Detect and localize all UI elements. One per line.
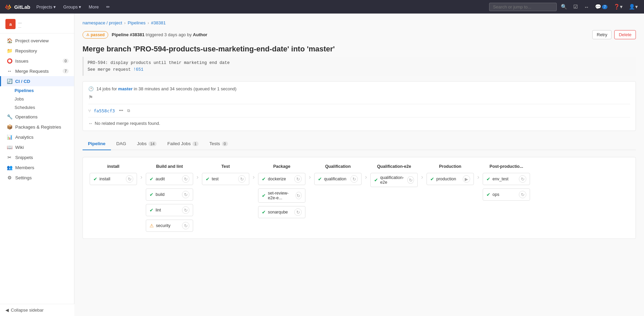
job-build-retry-btn[interactable]: ↻	[182, 191, 189, 198]
gitlab-logo[interactable]: GitLab	[4, 3, 30, 11]
job-sonarqube-retry-btn[interactable]: ↻	[294, 208, 302, 216]
tab-tests-label: Tests	[209, 141, 220, 146]
job-audit[interactable]: ✔ audit ↻	[146, 173, 193, 185]
main-content: namespace / project › Pipelines › #38381…	[74, 14, 644, 316]
sidebar-item-operations[interactable]: 🔧 Operations	[0, 112, 74, 122]
breadcrumb: namespace / project › Pipelines › #38381	[83, 20, 636, 25]
todo-icon[interactable]: ☑	[571, 2, 580, 11]
stage-qualification-wrapper: Qualification ✔ qualification ↻ ›	[311, 164, 367, 185]
stage-qualification: Qualification ✔ qualification ↻	[311, 164, 365, 185]
breadcrumb-pipelines[interactable]: Pipelines	[128, 20, 145, 25]
issues-icon[interactable]: 💬 7	[593, 2, 610, 11]
sidebar-sub-item-schedules[interactable]: Schedules	[14, 103, 74, 112]
job-qualification-e2e-retry-btn[interactable]: ↻	[407, 176, 414, 184]
stage-build-and-lint-jobs: ✔ audit ↻ ✔ build ↻	[146, 173, 193, 232]
flag-icon: ⚑	[88, 94, 630, 100]
job-ops-retry-btn[interactable]: ↻	[519, 191, 526, 198]
job-security[interactable]: ⚠ security ↻	[146, 220, 193, 232]
job-dockerize[interactable]: ✔ dockerize ↻	[258, 173, 305, 185]
top-nav-projects[interactable]: Projects ▾	[33, 3, 60, 11]
branch-link[interactable]: master	[118, 86, 133, 91]
job-build[interactable]: ✔ build ↻	[146, 188, 193, 201]
job-sonarqube[interactable]: ✔ sonarqube ↻	[258, 206, 305, 218]
job-production-play-btn[interactable]: ▶	[463, 175, 470, 183]
sidebar-item-issues[interactable]: ⭕ Issues 0	[0, 56, 74, 66]
breadcrumb-pipeline-id[interactable]: #38381	[151, 20, 166, 25]
retry-button[interactable]: Retry	[592, 30, 612, 39]
packages-icon: 📦	[6, 124, 13, 130]
top-nav-groups[interactable]: Groups ▾	[60, 3, 85, 11]
user-avatar[interactable]: 👤▾	[627, 2, 640, 11]
job-production[interactable]: ✔ production ▶	[427, 173, 474, 185]
stage-test: Test ✔ test ↻	[199, 164, 253, 185]
commit-hash-link[interactable]: fa558cf3	[94, 108, 115, 113]
project-avatar: a	[5, 19, 16, 29]
job-build-left: ✔ build	[150, 192, 164, 197]
sidebar-item-analytics[interactable]: 📊 Analytics	[0, 132, 74, 142]
mr-link[interactable]: !651	[133, 67, 143, 72]
tab-failed-jobs[interactable]: Failed Jobs 1	[162, 138, 204, 150]
job-install-name: install	[99, 177, 110, 181]
job-qualification[interactable]: ✔ qualification ↻	[314, 173, 362, 185]
sidebar-item-ci-cd[interactable]: 🔄 CI / CD	[0, 76, 74, 86]
job-install[interactable]: ✔ install ↻	[90, 173, 137, 185]
hash-more-button[interactable]: •••	[118, 108, 125, 114]
job-security-retry-btn[interactable]: ↻	[182, 222, 189, 229]
job-lint[interactable]: ✔ lint ↻	[146, 204, 193, 216]
job-env-test-status-icon: ✔	[486, 176, 490, 182]
sidebar-item-merge-requests[interactable]: ↔ Merge Requests 7	[0, 66, 74, 76]
sidebar-item-wiki[interactable]: 📖 Wiki	[0, 142, 74, 152]
job-qualification-retry-btn[interactable]: ↻	[350, 175, 358, 183]
pipeline-header-left: ⚠ passed Pipeline #38381 triggered 3 day…	[83, 31, 207, 39]
hash-copy-button[interactable]: ⧉	[126, 108, 132, 114]
sidebar-item-label: Settings	[15, 175, 32, 180]
sidebar-item-snippets[interactable]: ✂ Snippets	[0, 152, 74, 162]
commit-hash-row: ⑂ fa558cf3 ••• ⧉	[88, 108, 630, 114]
sidebar-item-repository[interactable]: 📁 Repository	[0, 46, 74, 56]
merge-request-icon[interactable]: ↔	[582, 3, 591, 11]
job-set-review-e2e-retry-btn[interactable]: ↻	[296, 192, 302, 199]
search-input[interactable]	[489, 3, 557, 11]
collapse-sidebar-button[interactable]: ◀ Collapse sidebar	[0, 304, 74, 316]
job-test-retry-btn[interactable]: ↻	[238, 175, 246, 183]
help-icon[interactable]: ❓▾	[612, 2, 625, 11]
tab-tests[interactable]: Tests 0	[204, 138, 233, 150]
job-test[interactable]: ✔ test ↻	[202, 173, 249, 185]
breadcrumb-namespace[interactable]: namespace / project	[83, 20, 122, 25]
top-nav-more[interactable]: More	[85, 3, 102, 11]
snippets-icon: ✂	[6, 155, 13, 160]
job-dockerize-retry-btn[interactable]: ↻	[294, 175, 302, 183]
sidebar-item-project-overview[interactable]: 🏠 Project overview	[0, 36, 74, 46]
sidebar-item-packages-registries[interactable]: 📦 Packages & Registries	[0, 122, 74, 132]
job-env-test-name: env_test	[492, 177, 508, 181]
job-qualification-e2e[interactable]: ✔ qualification-e2e ↻	[370, 173, 418, 187]
project-info: a ... ...	[5, 19, 69, 29]
job-test-name: test	[212, 177, 218, 181]
sidebar-item-members[interactable]: 👥 Members	[0, 162, 74, 173]
top-nav-new[interactable]: ✏	[103, 3, 113, 11]
settings-icon: ⚙	[6, 175, 13, 180]
job-lint-retry-btn[interactable]: ↻	[182, 206, 189, 214]
job-env-test-retry-btn[interactable]: ↻	[519, 175, 526, 183]
search-icon[interactable]: 🔍	[559, 2, 569, 11]
tab-pipeline[interactable]: Pipeline	[83, 138, 111, 150]
top-nav-items: Projects ▾ Groups ▾ More ✏	[33, 3, 113, 11]
sidebar-item-settings[interactable]: ⚙ Settings	[0, 173, 74, 183]
job-env-test[interactable]: ✔ env_test ↻	[483, 173, 530, 185]
job-ops-status-icon: ✔	[486, 192, 490, 197]
job-ops[interactable]: ✔ ops ↻	[483, 188, 530, 201]
job-dockerize-left: ✔ dockerize	[262, 176, 286, 182]
project-overview-icon: 🏠	[6, 38, 13, 43]
job-install-retry-btn[interactable]: ↻	[126, 175, 133, 183]
sidebar-sub-item-jobs[interactable]: Jobs	[14, 95, 74, 103]
stage-build-wrapper: Build and lint ✔ audit ↻	[142, 164, 199, 232]
tab-jobs[interactable]: Jobs 14	[132, 138, 162, 150]
delete-button[interactable]: Delete	[614, 30, 636, 39]
sidebar-sub-item-pipelines[interactable]: Pipelines	[14, 86, 74, 95]
stage-install-wrapper: install ✔ install ↻ ›	[86, 164, 142, 185]
commit-description: PRO-594: display products until their ma…	[83, 57, 636, 76]
sidebar-item-label: Project overview	[15, 38, 49, 43]
job-set-review-e2e[interactable]: ✔ set-review-e2e-e... ↻	[258, 188, 305, 203]
tab-dag[interactable]: DAG	[111, 138, 132, 150]
job-audit-retry-btn[interactable]: ↻	[182, 175, 189, 183]
